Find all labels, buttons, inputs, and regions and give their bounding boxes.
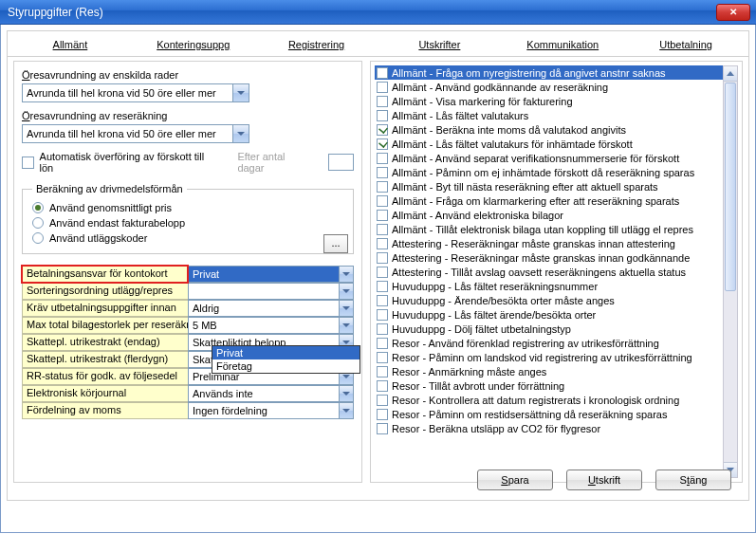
chevron-down-icon[interactable] [339,318,353,333]
chevron-down-icon[interactable] [339,403,353,418]
tab-registrering[interactable]: Registrering [260,35,374,54]
checkbox[interactable] [377,138,388,150]
checkbox[interactable] [377,252,388,264]
dropdown-option-privat[interactable]: Privat [212,346,360,359]
checkbox[interactable] [377,409,388,420]
drivmedel-radio-utlaggskoder[interactable] [32,232,44,244]
checklist-item[interactable]: Huvuduppg - Ärende/besökta orter måste a… [375,293,723,307]
checkbox[interactable] [377,181,388,193]
checkbox[interactable] [377,281,388,292]
checklist-item[interactable]: Resor - Kontrollera att datum registrera… [375,393,723,407]
checklist-item[interactable]: Allmänt - Använd separat verifikationsnu… [375,151,723,165]
scrollbar[interactable] [723,65,738,478]
tab-allmant[interactable]: Allmänt [13,35,127,54]
checkbox[interactable] [377,366,388,377]
checklist-item[interactable]: Allmänt - Byt till nästa reseräkning eft… [375,179,723,193]
checklist-item[interactable]: Allmänt - Fråga om nyregistrering då ang… [375,65,723,80]
prop-select[interactable]: Används inte [188,385,354,402]
checkbox[interactable] [377,380,388,392]
checkbox[interactable] [377,167,388,178]
checkbox[interactable] [377,423,388,434]
checklist-item-label: Allmänt - Använd separat verifikationsnu… [392,153,679,164]
scroll-up-icon[interactable] [724,66,737,82]
checkbox[interactable] [377,110,388,121]
auto-forskott-checkbox[interactable] [22,157,34,169]
scroll-thumb[interactable] [725,83,736,291]
checklist-item[interactable]: Allmänt - Tillåt elektronisk bilaga utan… [375,222,723,236]
efter-antal-dagar-input[interactable] [328,154,354,171]
print-button[interactable]: Utskrift [566,470,642,490]
tab-konteringsuppg[interactable]: Konteringsuppg [137,35,250,54]
auto-forskott-label: Automatisk överföring av förskott till l… [40,151,213,174]
checklist-item[interactable]: Resor - Anmärkning måste anges [375,364,723,378]
checklist-item[interactable]: Huvuduppg - Dölj fältet utbetalningstyp [375,322,723,336]
checklist-item-label: Allmänt - Beräkna inte moms då valutakod… [392,124,626,136]
tab-utskrifter[interactable]: Utskrifter [382,35,496,54]
checkbox[interactable] [377,210,388,221]
tab-kommunikation[interactable]: Kommunikation [506,35,619,54]
checkbox[interactable] [377,323,388,335]
checklist-item[interactable]: Attestering - Reseräkningar måste gransk… [375,236,723,250]
checkbox[interactable] [377,96,388,107]
checklist-item[interactable]: Allmänt - Påminn om ej inhämtade förskot… [375,165,723,179]
checkbox[interactable] [377,195,388,207]
right-panel: Allmänt - Fråga om nyregistrering då ang… [370,61,743,483]
checkbox[interactable] [377,395,388,406]
checklist-item-label: Attestering - Reseräkningar måste gransk… [392,252,690,264]
checklist-item[interactable]: Resor - Påminn om landskod vid registrer… [375,350,723,364]
oresavr-rader-select[interactable]: Avrunda till hel krona vid 50 öre eller … [22,83,249,102]
checkbox[interactable] [377,295,388,306]
checklist-item[interactable]: Allmänt - Använd godkännande av reseräkn… [375,80,723,94]
checklist-item[interactable]: Resor - Använd förenklad registrering av… [375,336,723,350]
prop-label: RR-status för godk. av följesedel [22,368,188,385]
checkbox[interactable] [377,238,388,249]
chevron-down-icon[interactable] [339,386,353,401]
prop-select[interactable] [188,283,354,300]
chevron-down-icon[interactable] [339,267,353,282]
chevron-down-icon[interactable] [232,125,249,142]
checklist-item[interactable]: Resor - Påminn om restidsersättning då r… [375,407,723,421]
checkbox[interactable] [377,309,388,321]
checkbox[interactable] [377,67,388,79]
close-icon[interactable]: ✕ [716,4,750,21]
checklist-item[interactable]: Resor - Tillåt avbrott under förrättning [375,378,723,393]
close-button[interactable]: Stäng [655,470,731,490]
checklist-item[interactable]: Huvuduppg - Lås fältet reseräkningsnumme… [375,279,723,293]
checklist-item[interactable]: Allmänt - Beräkna inte moms då valutakod… [375,122,723,137]
efter-antal-dagar-label: Efter antal dagar [237,151,311,174]
checkbox[interactable] [377,124,388,136]
checkbox[interactable] [377,224,388,235]
prop-label: Elektronisk körjournal [22,385,188,402]
checklist-item[interactable]: Allmänt - Använd elektroniska bilagor [375,208,723,222]
checklist-item[interactable]: Allmänt - Fråga om klarmarkering efter a… [375,193,723,208]
drivmedel-radio-faktura[interactable] [32,217,44,229]
checklist-item[interactable]: Allmänt - Visa markering för fakturering [375,94,723,108]
prop-select[interactable]: Aldrig [188,300,354,317]
more-button[interactable]: ... [323,234,348,253]
checklist-item[interactable]: Allmänt - Lås fältet valutakurs [375,108,723,122]
betalningsansvar-dropdown[interactable]: Privat Företag [212,345,360,374]
prop-select[interactable]: Ingen fördelning [188,402,354,419]
checklist-item[interactable]: Huvuduppg - Lås fältet ärende/besökta or… [375,307,723,322]
dropdown-option-foretag[interactable]: Företag [212,359,360,373]
drivmedel-radio-genomsnitt[interactable] [32,202,44,213]
prop-label: Max total bilagestorlek per reseräkn [22,317,188,334]
checklist-item-label: Resor - Tillåt avbrott under förrättning [392,380,564,392]
checkbox[interactable] [377,82,388,93]
prop-betalningsansvar-select[interactable]: Privat [188,266,354,283]
checkbox[interactable] [377,338,388,349]
checklist-item[interactable]: Resor - Beräkna utsläpp av CO2 för flygr… [375,421,723,435]
chevron-down-icon[interactable] [339,301,353,316]
checklist-item[interactable]: Allmänt - Lås fältet valutakurs för inhä… [375,137,723,151]
prop-select[interactable]: 5 MB [188,317,354,334]
checkbox[interactable] [377,267,388,278]
checkbox[interactable] [377,352,388,363]
checklist-item[interactable]: Attestering - Tillåt avslag oavsett rese… [375,265,723,279]
chevron-down-icon[interactable] [339,284,353,299]
save-button[interactable]: Spara [477,470,553,490]
tab-utbetalning[interactable]: Utbetalning [629,35,743,54]
checkbox[interactable] [377,153,388,164]
oresavr-reserak-select[interactable]: Avrunda till hel krona vid 50 öre eller … [22,124,249,143]
chevron-down-icon[interactable] [232,84,249,101]
checklist-item[interactable]: Attestering - Reseräkningar måste gransk… [375,250,723,265]
